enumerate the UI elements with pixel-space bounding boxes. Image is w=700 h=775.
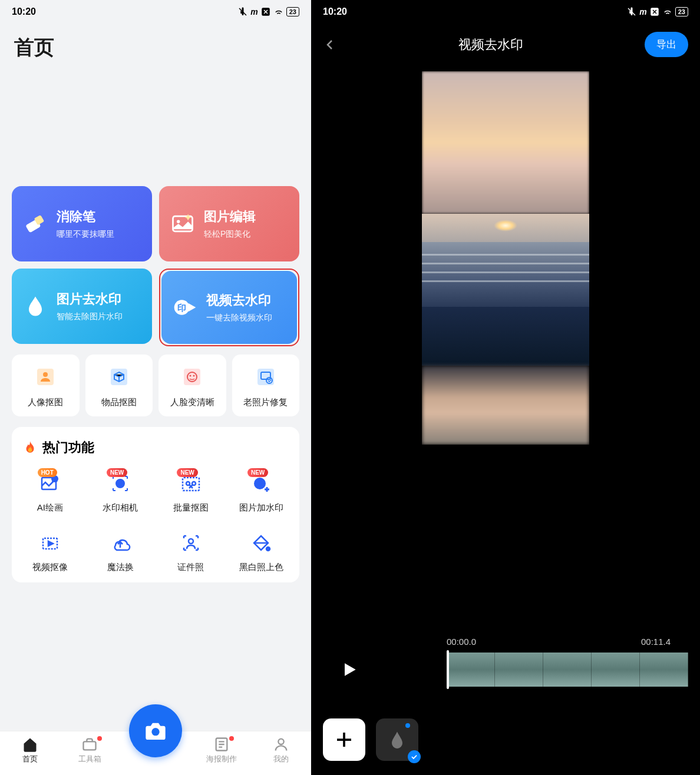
new-badge: NEW	[177, 468, 197, 477]
edit-sub: 轻松P图美化	[204, 229, 256, 240]
status-icons: m 23	[237, 6, 299, 17]
tool-indicator-dot	[405, 723, 410, 728]
battery-icon: 23	[286, 7, 299, 16]
hot-label: 批量抠图	[173, 502, 209, 514]
status-icons: m 23	[626, 6, 688, 17]
svg-point-34	[279, 739, 284, 744]
image-edit-card[interactable]: 图片编辑 轻松P图美化	[159, 186, 299, 261]
wifi-icon	[662, 6, 673, 17]
user-icon	[273, 736, 289, 753]
nav-poster[interactable]: 海报制作	[201, 736, 242, 764]
nav-label: 工具箱	[78, 754, 101, 764]
eraser-icon	[22, 211, 48, 237]
hot-label: 图片加水印	[239, 502, 283, 514]
drop-icon	[387, 729, 408, 750]
batch-cutout-item[interactable]: NEW 批量抠图	[157, 467, 224, 523]
face-icon	[180, 365, 204, 389]
svg-point-31	[266, 547, 270, 551]
ai-paint-item[interactable]: AIHOT AI绘画	[16, 467, 84, 523]
hot-section: 热门功能 AIHOT AI绘画 印NEW 水印相机 NEW 批量抠图 印NEW …	[12, 427, 299, 582]
portrait-cutout-tool[interactable]: 人像抠图	[12, 355, 80, 416]
eraser-sub: 哪里不要抹哪里	[57, 229, 114, 240]
svg-rect-12	[184, 369, 200, 385]
video-stamp-icon: 印	[172, 294, 198, 320]
tool-label: 人像抠图	[28, 397, 63, 408]
svg-point-6	[32, 307, 35, 312]
vid-wm-sub: 一键去除视频水印	[206, 313, 272, 323]
add-watermark-item[interactable]: 印NEW 图片加水印	[228, 467, 295, 523]
status-bar: 10:20 m 23	[0, 0, 311, 24]
hot-label: AI绘画	[37, 502, 63, 514]
cloud-swap-icon	[108, 531, 132, 555]
play-button[interactable]	[335, 655, 364, 684]
tool-active-check	[408, 750, 421, 763]
magic-swap-item[interactable]: 魔法换	[87, 526, 154, 582]
close-square-icon	[260, 6, 271, 17]
time-start: 00:00.0	[447, 637, 476, 647]
svg-rect-24	[183, 478, 199, 491]
watermark-tool-button[interactable]	[376, 718, 418, 761]
notification-dot	[229, 736, 234, 741]
colorize-icon	[249, 531, 273, 555]
eraser-card[interactable]: 消除笔 哪里不要抹哪里	[12, 186, 152, 261]
editor-title: 视频去水印	[337, 36, 645, 54]
timeline: 00:00.0 00:11.4	[311, 637, 700, 687]
tool-label: 物品抠图	[101, 397, 137, 408]
nav-mine[interactable]: 我的	[260, 736, 302, 764]
hot-badge: HOT	[38, 468, 57, 477]
video-watermark-highlight: 印 视频去水印 一键去除视频水印	[159, 269, 299, 346]
nav-label: 首页	[22, 754, 38, 764]
img-wm-sub: 智能去除图片水印	[57, 312, 123, 322]
face-enhance-tool[interactable]: 人脸变清晰	[159, 355, 226, 416]
export-button[interactable]: 导出	[645, 32, 688, 57]
photo-restore-tool[interactable]: 老照片修复	[232, 355, 300, 416]
image-icon	[170, 211, 196, 237]
hot-label: 黑白照上色	[239, 562, 283, 573]
svg-point-35	[151, 728, 159, 736]
timeline-strip[interactable]	[447, 653, 688, 687]
restore-icon	[254, 365, 278, 389]
img-wm-title: 图片去水印	[57, 290, 123, 308]
video-cutout-item[interactable]: 视频抠像	[16, 526, 84, 582]
eraser-title: 消除笔	[57, 208, 114, 226]
edit-title: 图片编辑	[204, 208, 256, 226]
notification-dot	[97, 736, 102, 741]
page-title: 首页	[0, 24, 311, 68]
playhead[interactable]	[447, 650, 449, 689]
nav-home[interactable]: 首页	[9, 736, 51, 764]
wifi-icon	[273, 6, 284, 17]
add-region-button[interactable]	[323, 718, 365, 761]
image-watermark-card[interactable]: 图片去水印 智能去除图片水印	[12, 269, 152, 344]
camera-icon	[144, 719, 167, 743]
hot-title: 热门功能	[42, 439, 94, 456]
home-icon	[22, 736, 38, 753]
vid-wm-title: 视频去水印	[206, 292, 272, 309]
camera-fab[interactable]	[129, 704, 182, 757]
tool-label: 老照片修复	[243, 397, 288, 408]
svg-point-15	[193, 375, 195, 377]
svg-point-10	[43, 372, 48, 377]
video-watermark-card[interactable]: 印 视频去水印 一键去除视频水印	[161, 271, 297, 344]
svg-point-14	[190, 375, 191, 377]
object-cutout-tool[interactable]: 物品抠图	[85, 355, 153, 416]
play-icon	[340, 660, 359, 679]
colorize-item[interactable]: 黑白照上色	[228, 526, 295, 582]
drop-icon	[22, 293, 48, 319]
nav-label: 我的	[273, 754, 289, 764]
back-button[interactable]	[323, 38, 337, 52]
video-preview[interactable]	[422, 71, 589, 445]
status-time: 10:20	[323, 6, 347, 17]
nav-toolbox[interactable]: 工具箱	[69, 736, 110, 764]
close-square-icon	[649, 6, 660, 17]
svg-text:印: 印	[118, 481, 123, 487]
battery-icon: 23	[675, 7, 688, 16]
hot-label: 魔法换	[107, 562, 134, 573]
video-cutout-icon	[38, 531, 62, 555]
watermark-camera-item[interactable]: 印NEW 水印相机	[87, 467, 154, 523]
flame-icon	[22, 440, 38, 455]
toolbox-icon	[81, 736, 98, 753]
id-photo-icon	[179, 531, 203, 555]
id-photo-item[interactable]: 证件照	[157, 526, 224, 582]
mute-icon	[237, 6, 248, 17]
svg-text:印: 印	[257, 481, 263, 488]
